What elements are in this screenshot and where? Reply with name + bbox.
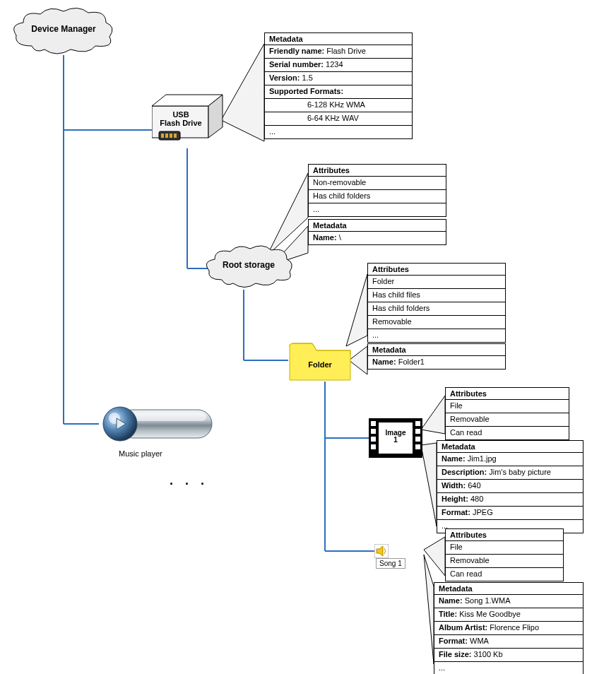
box-row: Name: Jim1.jpg xyxy=(437,453,583,466)
image-node: Image 1 xyxy=(369,418,422,458)
box-row: ... xyxy=(368,329,505,342)
box-row: Can read xyxy=(446,568,563,581)
box-row: Height: 480 xyxy=(437,493,583,507)
device-manager-label: Device Manager xyxy=(11,24,117,34)
music-player-node xyxy=(99,403,219,452)
svg-rect-24 xyxy=(165,134,168,138)
box-row: Album Artist: Florence Flipo xyxy=(434,622,583,635)
svg-rect-23 xyxy=(161,134,164,138)
box-row: ... xyxy=(309,203,446,216)
image-metadata-header: Metadata xyxy=(437,441,583,453)
root-attributes-header: Attributes xyxy=(309,165,446,177)
folder-node: Folder xyxy=(288,338,352,382)
image-attributes-rows: FileRemovableCan read xyxy=(446,400,569,439)
folder-metadata-header: Metadata xyxy=(368,344,505,356)
box-row: Format: WMA xyxy=(434,635,583,649)
usb-metadata-box: Metadata Friendly name: Flash DriveSeria… xyxy=(264,32,413,139)
svg-marker-13 xyxy=(346,274,367,346)
svg-marker-18 xyxy=(424,555,434,664)
box-row: ... xyxy=(434,662,583,674)
box-row: Format: JPEG xyxy=(437,507,583,520)
root-storage-node: Root storage xyxy=(203,244,295,291)
song-metadata-box: Metadata Name: Song 1.WMATitle: Kiss Me … xyxy=(434,582,584,674)
usb-label-2: Flash Drive xyxy=(160,119,201,127)
song-metadata-rows: Name: Song 1.WMATitle: Kiss Me GoodbyeAl… xyxy=(434,595,583,674)
box-row: Width: 640 xyxy=(437,480,583,493)
box-row: Description: Jim's baby picture xyxy=(437,466,583,480)
root-attributes-rows: Non-removableHas child folders... xyxy=(309,177,446,216)
svg-rect-26 xyxy=(174,134,177,138)
svg-rect-35 xyxy=(415,437,420,442)
device-manager-node: Device Manager xyxy=(11,7,117,57)
folder-metadata-box: Metadata Name: Folder1 xyxy=(367,343,506,369)
box-row: Supported Formats: xyxy=(265,85,412,99)
svg-rect-25 xyxy=(170,134,172,138)
svg-rect-36 xyxy=(415,444,420,449)
root-metadata-header: Metadata xyxy=(309,220,446,232)
box-row: Version: 1.5 xyxy=(265,72,412,85)
folder-metadata-rows: Name: Folder1 xyxy=(368,356,505,369)
image-label-2: 1 xyxy=(393,436,398,444)
song-attributes-box: Attributes FileRemovableCan read xyxy=(445,528,564,581)
folder-attributes-rows: FolderHas child filesHas child foldersRe… xyxy=(368,276,505,342)
box-row: Non-removable xyxy=(309,177,446,190)
svg-rect-30 xyxy=(371,429,376,434)
image-metadata-rows: Name: Jim1.jpgDescription: Jim's baby pi… xyxy=(437,453,583,533)
box-row: 6-128 KHz WMA xyxy=(265,99,412,112)
root-metadata-rows: Name: \ xyxy=(309,232,446,244)
song-node: Song 1 xyxy=(374,544,431,560)
song-label: Song 1 xyxy=(376,558,405,569)
box-row: Name: Folder1 xyxy=(368,356,505,369)
root-attributes-box: Attributes Non-removableHas child folder… xyxy=(308,164,446,217)
box-row: Name: Song 1.WMA xyxy=(434,595,583,608)
folder-attributes-box: Attributes FolderHas child filesHas chil… xyxy=(367,263,506,343)
root-storage-label: Root storage xyxy=(203,260,294,270)
image-attributes-box: Attributes FileRemovableCan read xyxy=(445,387,569,440)
svg-rect-31 xyxy=(371,437,376,442)
box-row: Name: \ xyxy=(309,232,446,244)
usb-drive-node: USB Flash Drive xyxy=(152,92,230,148)
box-row: Has child files xyxy=(368,289,505,302)
box-row: File xyxy=(446,541,563,555)
box-row: Can read xyxy=(446,427,569,439)
usb-metadata-header: Metadata xyxy=(265,33,412,45)
box-row: Removable xyxy=(446,555,563,568)
song-metadata-header: Metadata xyxy=(434,583,583,595)
music-player-label: Music player xyxy=(119,449,162,458)
svg-marker-15 xyxy=(421,396,445,434)
box-row: Removable xyxy=(368,316,505,329)
svg-marker-16 xyxy=(421,443,437,526)
song-attributes-header: Attributes xyxy=(446,529,563,541)
box-row: Has child folders xyxy=(368,302,505,316)
usb-metadata-rows: Friendly name: Flash DriveSerial number:… xyxy=(265,45,412,138)
box-row: File size: 3100 Kb xyxy=(434,649,583,662)
box-row: Title: Kiss Me Goodbye xyxy=(434,608,583,622)
svg-rect-33 xyxy=(415,421,420,426)
box-row: ... xyxy=(265,126,412,138)
svg-rect-34 xyxy=(415,429,420,434)
root-metadata-box: Metadata Name: \ xyxy=(308,219,446,245)
usb-label-1: USB xyxy=(172,110,189,119)
box-row: Serial number: 1234 xyxy=(265,59,412,72)
box-row: 6-64 KHz WAV xyxy=(265,112,412,126)
svg-rect-29 xyxy=(371,421,376,426)
song-attributes-rows: FileRemovableCan read xyxy=(446,541,563,581)
box-row: File xyxy=(446,400,569,413)
box-row: Friendly name: Flash Drive xyxy=(265,45,412,59)
box-row: Removable xyxy=(446,413,569,427)
box-row: Has child folders xyxy=(309,190,446,203)
image-attributes-header: Attributes xyxy=(446,388,569,400)
folder-attributes-header: Attributes xyxy=(368,264,505,276)
folder-label: Folder xyxy=(288,360,352,369)
image-metadata-box: Metadata Name: Jim1.jpgDescription: Jim'… xyxy=(437,440,584,533)
svg-rect-32 xyxy=(371,444,376,449)
box-row: Folder xyxy=(368,276,505,289)
ellipsis-label: . . . xyxy=(170,473,208,488)
